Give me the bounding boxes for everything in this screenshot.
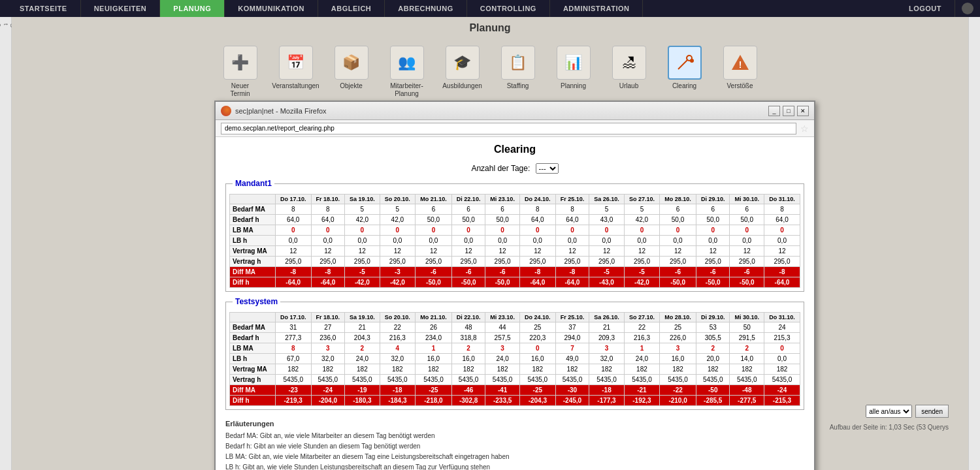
nav-logout[interactable]: LOGOUT xyxy=(896,0,955,17)
aufbau-info: Aufbau der Seite in: 1,03 Sec (53 Querys xyxy=(830,424,949,431)
table-row: LB MA000000000000000 xyxy=(230,225,800,236)
table-row: Diff MA-8-8-5-3-6-6-6-8-8-5-5-6-6-6-8 xyxy=(230,267,800,277)
table-row: Vertrag h5435,05435,05435,05435,05435,05… xyxy=(230,375,800,385)
ausbildungen-icon: 🎓 xyxy=(446,46,480,80)
browser-minimize[interactable]: _ xyxy=(768,106,780,116)
right-sidebar xyxy=(968,17,980,470)
col-header-mi30: Mi 30.10. xyxy=(730,195,764,204)
mandant1-header-row: Do 17.10. Fr 18.10. Sa 19.10. So 20.10. … xyxy=(230,195,800,204)
urlaub-icon: 🏖 xyxy=(612,46,646,80)
testsystem-section: Testsystem Do 17.10. Fr 18.10. Sa 19.10.… xyxy=(225,302,804,410)
bookmark-star-icon: ☆ xyxy=(800,123,809,134)
col-header-mi23: Mi 23.10. xyxy=(485,195,520,204)
staffing-icon: 📋 xyxy=(501,46,535,80)
col-header-do17: Do 17.10. xyxy=(275,195,311,204)
browser-title: sec|plan|net - Mozilla Firefox xyxy=(221,106,327,116)
firefox-icon xyxy=(221,106,231,116)
clearing-label: Clearing xyxy=(672,82,696,90)
col-header-mo28: Mo 28.10. xyxy=(660,195,696,204)
nav-administration[interactable]: ADMINISTRATION xyxy=(550,0,644,17)
erlaeuterung-line: Bedarf MA: Gibt an, wie viele Mitarbeite… xyxy=(225,431,804,441)
table-row: Bedarf h64,064,042,042,050,050,050,064,0… xyxy=(230,215,800,225)
toolbar-mitarbeiter-planung[interactable]: 👥 Mitarbeiter-Planung xyxy=(384,46,430,98)
browser-window: sec|plan|net - Mozilla Firefox _ □ ✕ ☆ C… xyxy=(214,101,815,470)
svg-line-0 xyxy=(678,59,688,69)
erlaeuterungen-title: Erläuterungen xyxy=(225,420,804,428)
browser-addressbar: ☆ xyxy=(216,120,814,137)
testsystem-legend: Testsystem xyxy=(233,297,280,306)
col-header-di22: Di 22.10. xyxy=(451,195,485,204)
table-row: Bedarf MA312721222648442537212225535024 xyxy=(230,322,800,333)
table-row: Bedarf h277,3236,0204,3216,3234,0318,825… xyxy=(230,333,800,343)
senden-button[interactable]: senden xyxy=(915,405,949,418)
planning-toolbar: ➕ NeuerTermin 📅 Veranstaltungen 📦 Objekt… xyxy=(12,42,968,101)
nav-startseite[interactable]: STARTSEITE xyxy=(7,0,81,17)
anzahl-label: Anzahl der Tage: xyxy=(471,164,530,173)
erlaeuterungen-section: Erläuterungen Bedarf MA: Gibt an, wie vi… xyxy=(225,420,804,470)
browser-controls: _ □ ✕ xyxy=(768,106,809,116)
toolbar-verstosse[interactable]: ! Verstöße xyxy=(717,46,763,98)
nav-kommunikation[interactable]: KOMMUNIKATION xyxy=(225,0,318,17)
bottom-right-controls: alle an/aus senden xyxy=(866,405,949,418)
toolbar-veranstaltungen[interactable]: 📅 Veranstaltungen xyxy=(273,46,319,98)
col-header-di29: Di 29.10. xyxy=(696,195,730,204)
clearing-page-title: Clearing xyxy=(225,144,804,155)
toolbar-neuer-termin[interactable]: ➕ NeuerTermin xyxy=(218,46,263,98)
erlaeuterungen-lines: Bedarf MA: Gibt an, wie viele Mitarbeite… xyxy=(225,431,804,470)
objekte-icon: 📦 xyxy=(335,46,368,80)
col-header-do24: Do 24.10. xyxy=(519,195,555,204)
toolbar-staffing[interactable]: 📋 Staffing xyxy=(495,46,541,98)
col-header-so27: So 27.10. xyxy=(624,195,659,204)
toolbar-urlaub[interactable]: 🏖 Urlaub xyxy=(606,46,652,98)
mandant1-legend: Mandant1 xyxy=(233,179,274,188)
toolbar-ausbildungen[interactable]: 🎓 Ausbildungen xyxy=(440,46,485,98)
table-row: Vertrag h295,0295,0295,0295,0295,0295,02… xyxy=(230,257,800,267)
toolbar-objekte[interactable]: 📦 Objekte xyxy=(329,46,374,98)
toggle-select[interactable]: alle an/aus xyxy=(866,405,912,418)
col-header-mo21: Mo 21.10. xyxy=(415,195,451,204)
col-header-so20: So 20.10. xyxy=(380,195,415,204)
url-input[interactable] xyxy=(221,123,796,134)
page-title: Planung xyxy=(25,22,955,34)
browser-titlebar: sec|plan|net - Mozilla Firefox _ □ ✕ xyxy=(216,102,814,120)
nav-neuigkeiten[interactable]: NEUIGKEITEN xyxy=(81,0,161,17)
anzahl-row: Anzahl der Tage: --- 7 14 30 xyxy=(225,163,804,174)
erlaeuterung-line: Bedarf h: Gibt an wie viele Stunden an d… xyxy=(225,441,804,452)
col-header-fr18: Fr 18.10. xyxy=(311,195,344,204)
top-navigation: STARTSEITE NEUIGKEITEN PLANUNG KOMMUNIKA… xyxy=(0,0,980,17)
table-row: Bedarf MA885566688556668 xyxy=(230,204,800,215)
mitarbeiter-label: Mitarbeiter-Planung xyxy=(390,82,423,98)
anzahl-select[interactable]: --- 7 14 30 xyxy=(536,163,559,174)
col-header-sa26: Sa 26.10. xyxy=(589,195,625,204)
toolbar-clearing[interactable]: Clearing xyxy=(662,46,708,98)
ts-col-header-label xyxy=(230,313,276,322)
browser-restore[interactable]: □ xyxy=(783,106,794,116)
verstosse-icon: ! xyxy=(723,46,757,80)
veranstaltungen-icon: 📅 xyxy=(279,46,313,80)
urlaub-label: Urlaub xyxy=(619,82,638,90)
table-row: Diff MA-23-24-19-18-25-46-41-25-30-18-21… xyxy=(230,385,800,396)
browser-close[interactable]: ✕ xyxy=(797,106,809,116)
planning-icon: 📊 xyxy=(557,46,591,80)
nav-planung[interactable]: PLANUNG xyxy=(160,0,225,17)
nav-abrechnung[interactable]: ABRECHNUNG xyxy=(385,0,466,17)
mandant1-content: Do 17.10. Fr 18.10. Sa 19.10. So 20.10. … xyxy=(226,184,804,291)
table-row: Diff h-219,3-204,0-180,3-184,3-218,0-302… xyxy=(230,396,800,406)
testsystem-table: Do 17.10. Fr 18.10. Sa 19.10. So 20.10. … xyxy=(229,312,800,406)
mitarbeiter-icon: 👥 xyxy=(390,46,424,80)
neuer-termin-icon: ➕ xyxy=(223,46,257,80)
erlaeuterung-line: LB MA: Gibt an, wie viele Mitarbeiter an… xyxy=(225,452,804,462)
testsystem-header-row: Do 17.10. Fr 18.10. Sa 19.10. So 20.10. … xyxy=(230,313,800,322)
planning-header: Planung xyxy=(12,17,968,42)
toolbar-planning[interactable]: 📊 Planning xyxy=(551,46,596,98)
svg-text:!: ! xyxy=(738,59,742,70)
nav-controlling[interactable]: CONTROLLING xyxy=(467,0,550,17)
table-row: Vertrag MA182182182182182182182182182182… xyxy=(230,364,800,375)
veranstaltungen-label: Veranstaltungen xyxy=(272,82,319,90)
clearing-icon xyxy=(668,46,702,80)
nav-abgleich[interactable]: ABGLEICH xyxy=(318,0,385,17)
table-row: LB h67,032,024,032,016,016,024,016,049,0… xyxy=(230,354,800,364)
planning-label: Planning xyxy=(561,82,586,90)
table-row: Diff h-64,0-64,0-42,0-42,0-50,0-50,0-50,… xyxy=(230,277,800,288)
mandant1-table: Do 17.10. Fr 18.10. Sa 19.10. So 20.10. … xyxy=(229,194,800,288)
